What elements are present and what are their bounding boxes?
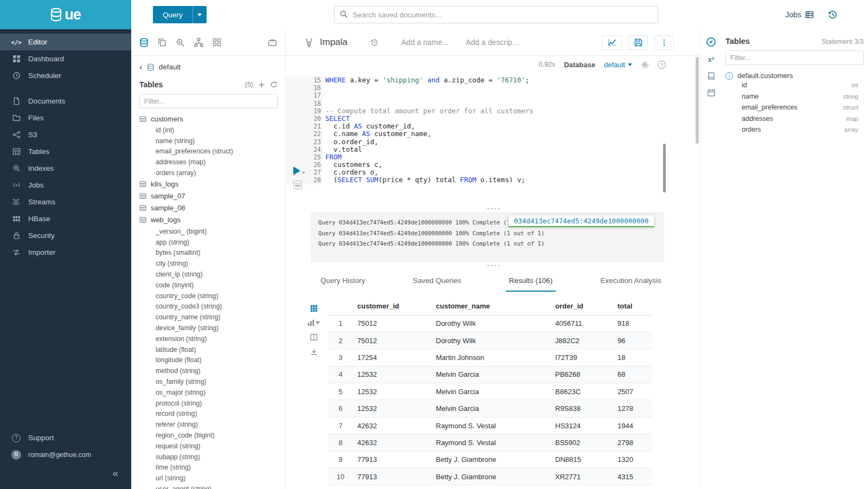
column-item[interactable]: user_agent (string) (139, 484, 278, 489)
chart-view-icon[interactable] (307, 319, 320, 326)
column-item[interactable]: time (string) (139, 462, 278, 473)
column-item[interactable]: latitude (float) (139, 344, 278, 355)
column-header[interactable]: customer_name (432, 302, 551, 310)
table-row[interactable]: 9 77913 Betty J. Giambrone DN8815 1320 (328, 452, 652, 468)
database-breadcrumb[interactable]: ‹ default (139, 62, 278, 72)
sidebar-item-files[interactable]: Files (0, 110, 131, 126)
compass-icon[interactable] (706, 37, 716, 47)
table-row[interactable]: 2 75012 Dorothy Wilk J882C2 96 (328, 332, 652, 349)
column-item[interactable]: addresses (map) (139, 157, 278, 168)
table-row[interactable]: 10 77913 Betty J. Giambrone XR2771 4315 (328, 468, 652, 485)
column-item[interactable]: email_preferences struct (725, 102, 864, 113)
sidebar-item-jobs[interactable]: Jobs (0, 177, 131, 194)
sidebar-item-streams[interactable]: Streams (0, 194, 131, 210)
column-item[interactable]: request (string) (139, 441, 278, 452)
column-item[interactable]: subapp (string) (139, 452, 278, 462)
column-item[interactable]: name (string) (139, 136, 278, 146)
table-row[interactable]: 5 12532 Melvin Garcia B8623C 2507 (328, 383, 652, 400)
column-item[interactable]: orders (array) (139, 168, 278, 178)
column-item[interactable]: referer (string) (139, 419, 278, 430)
column-item[interactable]: extension (string) (139, 333, 278, 344)
back-chevron-icon[interactable]: ‹ (139, 62, 143, 72)
sidebar-item-editor[interactable]: </> Editor (0, 34, 131, 50)
sidebar-item-documents[interactable]: Documents (0, 93, 131, 110)
column-item[interactable]: url (string) (139, 473, 278, 484)
table-item-sample-08[interactable]: sample_08 (139, 202, 278, 214)
jobs-link[interactable]: Jobs (785, 10, 814, 19)
hue-logo[interactable]: ue (0, 0, 131, 29)
more-actions-button[interactable]: ⋮ (654, 35, 674, 50)
column-item[interactable]: id (int) (139, 125, 278, 136)
query-id-tooltip[interactable]: 034d413ec7474ed5:4249de1000000000 (508, 215, 654, 227)
sidebar-item-scheduler[interactable]: Scheduler (0, 67, 131, 84)
column-item[interactable]: device_family (string) (139, 323, 278, 333)
table-row[interactable]: 4 12532 Melvin Garcia PB6268 68 (328, 366, 652, 383)
column-item[interactable]: addresses map (725, 113, 864, 125)
chart-button[interactable] (602, 35, 622, 50)
column-item[interactable]: longitude (float) (139, 355, 278, 366)
column-item[interactable]: os_major (string) (139, 387, 278, 398)
table-row[interactable]: 1 75012 Dorothy Wilk 4056711 918 (328, 316, 652, 332)
documents-source-icon[interactable] (158, 38, 166, 47)
resize-handle[interactable] (286, 262, 700, 269)
query-description-placeholder[interactable]: Add a descriptio... (466, 38, 520, 47)
search-zoom-icon[interactable] (176, 38, 185, 47)
table-row[interactable]: 7 42632 Raymond S. Vestal HS3124 1944 (328, 417, 652, 434)
tab-execution-analysis[interactable]: Execution Analysis (597, 276, 665, 292)
columns-view-icon[interactable] (310, 333, 318, 341)
column-header[interactable]: order_id (551, 302, 613, 310)
column-item[interactable]: method (string) (139, 365, 278, 376)
tab-query-history[interactable]: Query History (317, 276, 369, 292)
table-item-web-logs[interactable]: web_logs (139, 214, 278, 226)
table-row[interactable]: 3 17254 Martin Johnson I72T39 18 (328, 349, 652, 366)
column-item[interactable]: record (string) (139, 409, 278, 420)
column-item[interactable]: client_ip (string) (139, 269, 278, 280)
column-item[interactable]: os_family (string) (139, 376, 278, 387)
briefcase-icon[interactable] (268, 38, 277, 47)
query-dropdown-toggle[interactable] (192, 6, 207, 23)
column-item[interactable]: region_code (bigint) (139, 430, 278, 441)
column-item[interactable]: country_name (string) (139, 312, 278, 323)
sidebar-item-s3[interactable]: S3 (0, 126, 131, 143)
sidebar-item-importer[interactable]: Importer (0, 244, 131, 261)
column-item[interactable]: orders array (725, 124, 864, 136)
tab-saved-queries[interactable]: Saved Queries (410, 276, 465, 292)
refresh-icon[interactable] (270, 81, 278, 88)
grid-view-icon[interactable] (310, 305, 318, 312)
help-icon[interactable]: ? (658, 61, 666, 69)
column-item[interactable]: _version_ (bigint) (139, 226, 278, 237)
download-icon[interactable] (310, 348, 318, 356)
snippet-history-icon[interactable] (370, 38, 378, 47)
statement-options-button[interactable] (293, 181, 302, 189)
column-header[interactable]: total (613, 302, 652, 310)
column-item[interactable]: code (tinyint) (139, 280, 278, 291)
table-item-customers[interactable]: customers (139, 113, 278, 125)
tab-results[interactable]: Results (106) (506, 276, 556, 292)
right-tables-filter-input[interactable] (725, 50, 864, 65)
sidebar-item-hbase[interactable]: HBase (0, 210, 131, 227)
query-name-placeholder[interactable]: Add a name... (401, 38, 448, 47)
execute-button[interactable] (293, 166, 307, 175)
column-item[interactable]: name string (725, 91, 864, 102)
column-item[interactable]: id int (725, 80, 864, 91)
active-table-row[interactable]: i default.customers (725, 72, 864, 80)
query-history-icon[interactable] (828, 10, 838, 20)
column-item[interactable]: app (string) (139, 237, 278, 248)
table-item-sample-07[interactable]: sample_07 (139, 190, 278, 202)
user-account[interactable]: R romain@gethue.com (0, 446, 131, 463)
editor-scrollbar[interactable] (663, 144, 666, 192)
table-row[interactable]: 6 12532 Melvin Garcia R9S838 1278 (328, 400, 652, 417)
column-item[interactable]: country_code3 (string) (139, 301, 278, 312)
sidebar-item-indexes[interactable]: Indexes (0, 160, 131, 177)
search-input[interactable] (334, 6, 658, 23)
code-editor[interactable]: 15 WHERE a.key = 'shipping' and a.zip_co… (286, 76, 700, 184)
resize-handle[interactable] (286, 205, 700, 212)
new-query-button[interactable]: Query (153, 6, 207, 23)
column-item[interactable]: email_preferences (struct) (139, 146, 278, 157)
language-reference-book-icon[interactable] (707, 72, 716, 80)
column-item[interactable]: protocol (string) (139, 398, 278, 409)
collapse-sidebar-icon[interactable]: « (112, 467, 118, 479)
database-select[interactable]: default (604, 61, 632, 69)
main-scrollbar[interactable] (696, 57, 699, 144)
column-item[interactable]: country_code (string) (139, 291, 278, 301)
